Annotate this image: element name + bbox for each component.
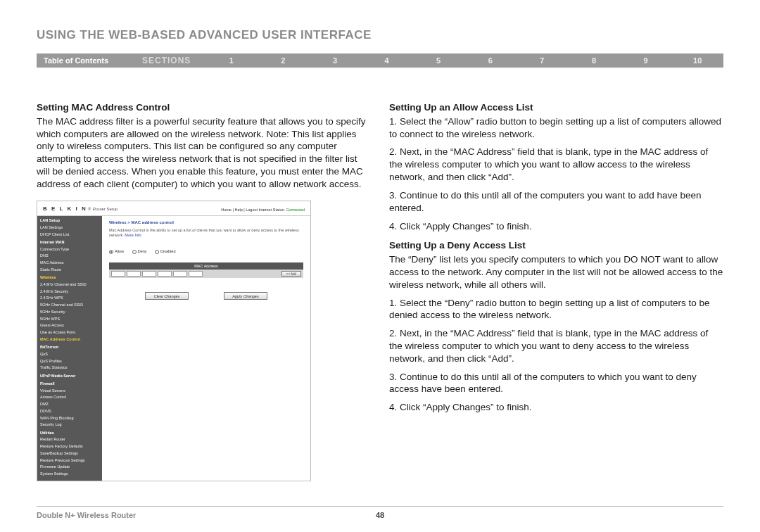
nav-item[interactable]: LAN Settings bbox=[40, 225, 99, 230]
section-1[interactable]: 1 bbox=[205, 56, 258, 65]
mac-input-6[interactable] bbox=[189, 271, 203, 277]
section-5[interactable]: 5 bbox=[412, 56, 464, 65]
mac-table-header: MAC Address bbox=[109, 262, 303, 270]
right-p4: 4. Click “Apply Changes” to finish. bbox=[389, 220, 723, 233]
sections-bar: Table of Contents SECTIONS 1 2 3 4 5 6 7… bbox=[37, 53, 723, 68]
section-3[interactable]: 3 bbox=[309, 56, 361, 65]
nav-item[interactable]: DHCP Client List bbox=[40, 232, 99, 237]
nav-item[interactable]: Virtual Servers bbox=[40, 388, 99, 393]
nav-item[interactable]: Restore Previous Settings bbox=[40, 458, 99, 463]
nav-item[interactable]: Guest Access bbox=[40, 323, 99, 328]
nav-head: LAN Setup bbox=[40, 218, 99, 223]
nav-item[interactable]: Restart Router bbox=[40, 437, 99, 442]
router-top-links: Home | Help | Logout Internet Status: Co… bbox=[221, 208, 305, 213]
nav-item[interactable]: MAC Address bbox=[40, 260, 99, 265]
right-column: Setting Up an Allow Access List 1. Selec… bbox=[389, 101, 723, 481]
nav-item[interactable]: DMZ bbox=[40, 402, 99, 407]
nav-item[interactable]: DNS bbox=[40, 253, 99, 258]
footer-product: Double N+ Wireless Router bbox=[37, 511, 136, 519]
right-subhead-2: Setting Up a Deny Access List bbox=[389, 239, 723, 252]
nav-item[interactable]: Restore Factory Defaults bbox=[40, 444, 99, 449]
router-ui-screenshot: B E L K I N® Router Setup Home | Help | … bbox=[37, 201, 311, 482]
left-paragraph: The MAC address filter is a powerful sec… bbox=[37, 115, 371, 191]
mac-input-5[interactable] bbox=[173, 271, 187, 277]
nav-item[interactable]: QoS Profiles bbox=[40, 359, 99, 364]
nav-item[interactable]: Firmware Update bbox=[40, 464, 99, 469]
router-nav: LAN SetupLAN SettingsDHCP Client ListInt… bbox=[37, 216, 102, 481]
radio-allow[interactable]: Allow bbox=[109, 249, 124, 254]
nav-item[interactable]: 2.4GHz Channel and SSID bbox=[40, 282, 99, 287]
nav-item[interactable]: Traffic Statistics bbox=[40, 365, 99, 370]
nav-head: UPnP Media Server bbox=[40, 374, 99, 379]
router-brand: B E L K I N bbox=[43, 205, 87, 212]
nav-item[interactable]: Access Control bbox=[40, 395, 99, 400]
right-p2: 2. Next, in the “MAC Address” field that… bbox=[389, 146, 723, 183]
nav-item[interactable]: WAN Ping Blocking bbox=[40, 416, 99, 421]
right-subhead-1: Setting Up an Allow Access List bbox=[389, 102, 533, 113]
apply-changes-button[interactable]: Apply Changes bbox=[224, 292, 267, 300]
page-number: 48 bbox=[376, 511, 384, 519]
nav-item[interactable]: 2.4GHz Security bbox=[40, 289, 99, 294]
left-column: Setting MAC Address Control The MAC addr… bbox=[37, 101, 371, 481]
section-10[interactable]: 10 bbox=[671, 56, 723, 65]
nav-head: Firewall bbox=[40, 381, 99, 386]
nav-item[interactable]: QoS bbox=[40, 352, 99, 357]
section-8[interactable]: 8 bbox=[568, 56, 620, 65]
section-9[interactable]: 9 bbox=[620, 56, 672, 65]
radio-deny[interactable]: Deny bbox=[132, 249, 147, 254]
nav-item[interactable]: System Settings bbox=[40, 471, 99, 476]
section-7[interactable]: 7 bbox=[517, 56, 569, 65]
toc-link[interactable]: Table of Contents bbox=[44, 56, 142, 65]
right-p6: 1. Select the “Deny” radio button to beg… bbox=[389, 297, 723, 322]
radio-disabled[interactable]: Disabled bbox=[155, 249, 175, 254]
footer: Double N+ Wireless Router 48 bbox=[37, 506, 723, 519]
clear-changes-button[interactable]: Clear Changes bbox=[145, 292, 189, 300]
router-status-connected: Connected bbox=[286, 208, 305, 212]
nav-head: Internet WAN bbox=[40, 240, 99, 245]
nav-head: BitTorrent bbox=[40, 345, 99, 350]
mac-input-1[interactable] bbox=[111, 271, 125, 277]
router-desc: Mac Address Control is the ability to se… bbox=[109, 228, 303, 238]
router-main: Wireless > MAC address control Mac Addre… bbox=[102, 216, 310, 481]
nav-item[interactable]: Static Route bbox=[40, 267, 99, 272]
sections-label: SECTIONS bbox=[142, 56, 205, 65]
mac-input-row: << Add bbox=[109, 270, 303, 278]
nav-item[interactable]: Save/Backup Settings bbox=[40, 451, 99, 456]
nav-head-yellow[interactable]: Wireless bbox=[40, 275, 99, 280]
nav-item[interactable]: 5GHz WPS bbox=[40, 317, 99, 322]
add-button[interactable]: << Add bbox=[281, 271, 301, 277]
nav-item[interactable]: 5GHz Channel and SSID bbox=[40, 303, 99, 308]
mac-input-3[interactable] bbox=[142, 271, 156, 277]
nav-item[interactable]: 5GHz Security bbox=[40, 310, 99, 315]
section-2[interactable]: 2 bbox=[258, 56, 310, 65]
nav-item[interactable]: DDNS bbox=[40, 409, 99, 414]
nav-item-active[interactable]: MAC Address Control bbox=[40, 337, 99, 342]
right-p5: The “Deny” list lets you specify compute… bbox=[389, 253, 723, 291]
nav-item[interactable]: Use as Access Point bbox=[40, 330, 99, 335]
right-p1: 1. Select the “Allow” radio button to be… bbox=[389, 115, 723, 141]
nav-head: Utilities bbox=[40, 431, 99, 436]
section-6[interactable]: 6 bbox=[464, 56, 517, 65]
right-p8: 3. Continue to do this until all of the … bbox=[389, 371, 723, 396]
router-more-info[interactable]: More Info bbox=[125, 233, 141, 237]
right-p7: 2. Next, in the “MAC Address” field that… bbox=[389, 327, 723, 365]
page-heading: USING THE WEB-BASED ADVANCED USER INTERF… bbox=[37, 28, 723, 42]
left-subhead: Setting MAC Address Control bbox=[37, 102, 170, 113]
mac-input-2[interactable] bbox=[127, 271, 141, 277]
right-p3: 3. Continue to do this until all of the … bbox=[389, 189, 723, 215]
mac-input-4[interactable] bbox=[158, 271, 172, 277]
nav-item[interactable]: Connection Type bbox=[40, 247, 99, 252]
nav-item[interactable]: 2.4GHz WPS bbox=[40, 296, 99, 300]
router-brand-tag: Router Setup bbox=[93, 207, 118, 211]
router-breadcrumb: Wireless > MAC address control bbox=[109, 220, 303, 226]
right-p9: 4. Click “Apply Changes” to finish. bbox=[389, 401, 723, 414]
nav-item[interactable]: Security Log bbox=[40, 422, 99, 427]
section-4[interactable]: 4 bbox=[361, 56, 413, 65]
